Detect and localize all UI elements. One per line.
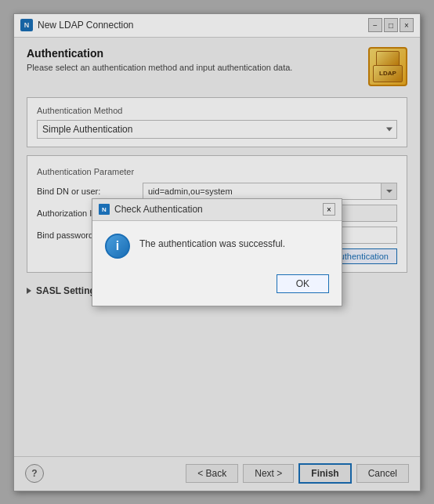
dialog-overlay: N Check Authentication × i The authentic… — [14, 14, 420, 491]
dialog-title: Check Authentication — [114, 204, 203, 215]
check-auth-dialog: N Check Authentication × i The authentic… — [92, 198, 342, 306]
dialog-body: i The authentication was successful. OK — [92, 221, 342, 306]
ok-button[interactable]: OK — [277, 274, 329, 293]
dialog-title-left: N Check Authentication — [99, 204, 203, 215]
dialog-message: The authentication was successful. — [139, 234, 285, 249]
dialog-window-icon: N — [99, 204, 110, 215]
dialog-close-button[interactable]: × — [323, 203, 335, 216]
dialog-buttons: OK — [105, 274, 329, 293]
main-window: N New LDAP Connection − □ × Authenticati… — [13, 13, 421, 491]
dialog-title-bar: N Check Authentication × — [92, 199, 342, 221]
info-icon: i — [105, 234, 130, 259]
dialog-content: i The authentication was successful. — [105, 234, 329, 259]
